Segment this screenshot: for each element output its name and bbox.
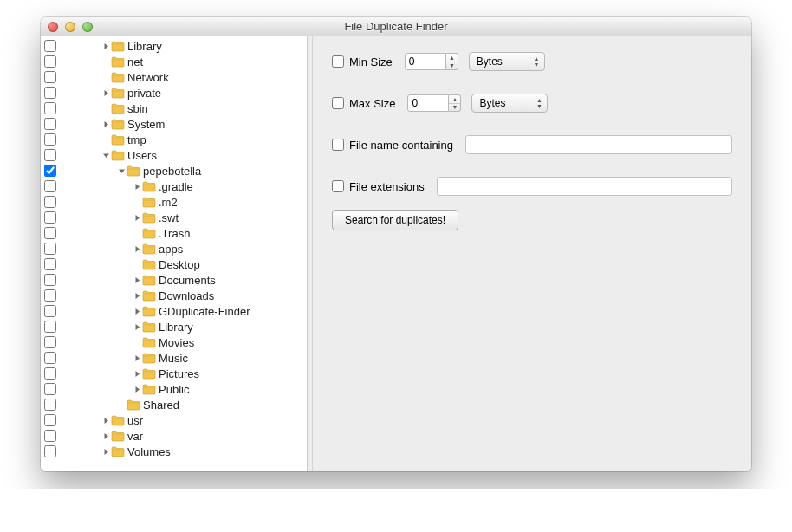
tree-checkbox[interactable] — [44, 336, 56, 348]
tree-checkbox[interactable] — [44, 118, 56, 130]
tree-checkbox[interactable] — [44, 445, 56, 457]
tree-row[interactable]: Library — [41, 38, 307, 54]
tree-row[interactable]: Pictures — [41, 366, 307, 381]
tree-row[interactable]: sbin — [41, 101, 307, 116]
tree-row[interactable]: Music — [41, 350, 307, 366]
tree-row[interactable]: apps — [41, 241, 307, 256]
disclosure-open-icon[interactable] — [101, 151, 110, 159]
disclosure-closed-icon[interactable] — [101, 447, 110, 456]
tree-checkbox[interactable] — [44, 133, 56, 146]
tree-item-label: Network — [127, 71, 169, 84]
tree-row[interactable]: .swt — [41, 210, 307, 225]
tree-checkbox[interactable] — [44, 55, 56, 68]
tree-row[interactable]: tmp — [41, 132, 307, 147]
tree-row[interactable]: pepebotella — [41, 163, 307, 178]
tree-item-label: .Trash — [159, 227, 190, 240]
tree-checkbox[interactable] — [44, 430, 56, 442]
tree-checkbox[interactable] — [44, 274, 56, 286]
disclosure-closed-icon[interactable] — [101, 88, 110, 97]
tree-row[interactable]: Users — [41, 147, 307, 163]
disclosure-closed-icon[interactable] — [101, 120, 110, 128]
tree-row[interactable]: System — [41, 116, 307, 132]
disclosure-closed-icon[interactable] — [133, 354, 141, 362]
tree-checkbox[interactable] — [44, 367, 56, 380]
tree-row[interactable]: Desktop — [41, 256, 307, 272]
tree-row[interactable]: Network — [41, 69, 307, 85]
name-contains-input[interactable] — [465, 135, 732, 154]
tree-row[interactable]: Public — [41, 381, 307, 397]
search-button[interactable]: Search for duplicates! — [332, 210, 458, 230]
tree-row[interactable]: .gradle — [41, 178, 307, 194]
chevron-updown-icon: ▲▼ — [535, 96, 543, 110]
disclosure-closed-icon[interactable] — [133, 369, 141, 378]
tree-row[interactable]: Movies — [41, 334, 307, 350]
tree-row[interactable]: Volumes — [41, 444, 307, 459]
tree-checkbox[interactable] — [44, 414, 56, 426]
tree-row[interactable]: .m2 — [41, 194, 307, 210]
tree-row[interactable]: usr — [41, 412, 307, 428]
tree-checkbox[interactable] — [44, 196, 56, 208]
name-contains-checkbox[interactable] — [332, 139, 344, 151]
tree-checkbox[interactable] — [44, 289, 56, 302]
disclosure-closed-icon[interactable] — [101, 416, 110, 425]
min-size-unit-select[interactable]: Bytes ▲▼ — [469, 52, 545, 71]
tree-row[interactable]: Library — [41, 319, 307, 334]
tree-checkbox[interactable] — [44, 352, 56, 364]
tree-checkbox[interactable] — [44, 40, 56, 52]
max-size-row: Max Size ▲▼ Bytes ▲▼ — [332, 94, 732, 113]
tree-checkbox[interactable] — [44, 102, 56, 114]
tree-checkbox[interactable] — [44, 149, 56, 161]
tree-checkbox[interactable] — [44, 258, 56, 270]
tree-checkbox[interactable] — [44, 165, 56, 177]
tree-row[interactable]: Shared — [41, 397, 307, 412]
tree-checkbox[interactable] — [44, 305, 56, 317]
min-size-input[interactable] — [405, 53, 446, 70]
disclosure-closed-icon[interactable] — [133, 322, 141, 331]
tree-item-label: private — [127, 87, 161, 100]
tree-checkbox[interactable] — [44, 399, 56, 411]
tree-row[interactable]: net — [41, 54, 307, 69]
disclosure-closed-icon[interactable] — [101, 42, 110, 50]
tree-checkbox[interactable] — [44, 243, 56, 255]
tree-item-label: apps — [159, 243, 183, 256]
max-size-unit-select[interactable]: Bytes ▲▼ — [471, 94, 548, 113]
disclosure-none — [101, 73, 110, 81]
extensions-input[interactable] — [437, 177, 732, 196]
tree-item-label: Downloads — [159, 289, 214, 302]
titlebar: File Duplicate Finder — [41, 17, 751, 36]
extensions-checkbox[interactable] — [332, 180, 344, 192]
tree-checkbox[interactable] — [44, 87, 56, 99]
tree-row[interactable]: GDuplicate-Finder — [41, 303, 307, 319]
tree-row[interactable]: private — [41, 85, 307, 101]
disclosure-open-icon[interactable] — [117, 166, 126, 175]
disclosure-closed-icon[interactable] — [133, 307, 141, 315]
disclosure-closed-icon[interactable] — [133, 182, 141, 191]
tree-checkbox[interactable] — [44, 211, 56, 224]
tree-row[interactable]: Documents — [41, 272, 307, 288]
max-size-stepper[interactable]: ▲▼ — [449, 94, 461, 112]
tree-checkbox[interactable] — [44, 227, 56, 239]
max-size-input[interactable] — [407, 94, 449, 112]
disclosure-closed-icon[interactable] — [133, 385, 141, 393]
tree-checkbox[interactable] — [44, 321, 56, 333]
disclosure-closed-icon[interactable] — [133, 213, 141, 222]
min-size-stepper[interactable]: ▲▼ — [446, 53, 458, 70]
tree-row[interactable]: Downloads — [41, 288, 307, 303]
disclosure-closed-icon[interactable] — [133, 291, 141, 300]
tree-row[interactable]: var — [41, 428, 307, 444]
tree-checkbox[interactable] — [44, 180, 56, 192]
disclosure-closed-icon[interactable] — [101, 431, 110, 440]
tree-checkbox[interactable] — [44, 383, 56, 395]
tree-item-label: Documents — [159, 274, 216, 287]
tree-checkbox[interactable] — [44, 71, 56, 83]
tree-item-label: usr — [127, 414, 143, 427]
tree-item-label: var — [127, 430, 143, 443]
folder-tree[interactable]: LibrarynetNetworkprivatesbinSystemtmpUse… — [41, 36, 308, 471]
tree-row[interactable]: .Trash — [41, 225, 307, 241]
disclosure-none — [101, 135, 110, 144]
disclosure-closed-icon[interactable] — [133, 276, 141, 284]
disclosure-closed-icon[interactable] — [133, 244, 141, 253]
disclosure-none — [133, 229, 141, 237]
min-size-checkbox[interactable] — [332, 55, 344, 68]
max-size-checkbox[interactable] — [332, 97, 344, 109]
